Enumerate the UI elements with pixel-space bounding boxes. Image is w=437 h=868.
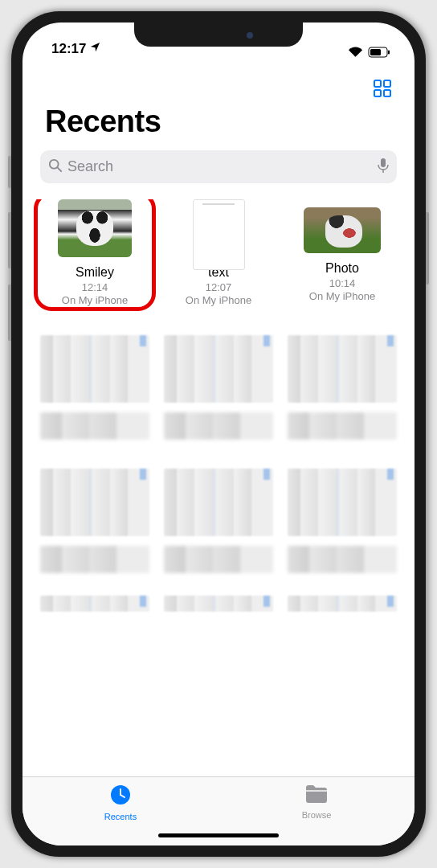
status-time: 12:17 (51, 41, 86, 57)
file-name: Photo (325, 261, 359, 276)
file-item-photo[interactable]: Photo 10:14 On My iPhone (288, 199, 397, 306)
notch (134, 23, 303, 47)
file-time: 12:07 (206, 281, 232, 293)
blurred-thumbnail (288, 596, 397, 612)
home-indicator[interactable] (158, 833, 279, 837)
device-frame: 12:17 Recents (11, 11, 426, 857)
blurred-text (288, 412, 397, 440)
file-grid: Smiley 12:14 On My iPhone text 12:07 On … (22, 199, 415, 776)
blurred-row (40, 469, 397, 536)
folder-icon (304, 784, 329, 808)
file-thumbnail (193, 199, 245, 270)
screen: 12:17 Recents (22, 23, 415, 845)
svg-rect-3 (374, 80, 381, 87)
svg-rect-4 (384, 80, 390, 87)
blurred-text (164, 546, 273, 573)
search-icon (48, 158, 63, 176)
file-name: Smiley (76, 265, 114, 280)
dictation-icon[interactable] (378, 158, 389, 177)
svg-rect-2 (388, 51, 390, 55)
header: Recents (22, 104, 415, 150)
file-location: On My iPhone (62, 294, 128, 306)
file-thumbnail (304, 207, 381, 253)
page-title: Recents (45, 104, 392, 139)
file-time: 12:14 (82, 281, 108, 293)
file-thumbnail (58, 199, 132, 257)
clock-icon (109, 784, 132, 809)
search-field[interactable] (40, 150, 397, 183)
svg-rect-6 (384, 90, 390, 96)
search-input[interactable] (67, 158, 373, 175)
file-location: On My iPhone (309, 290, 375, 302)
location-icon (89, 41, 101, 57)
tab-label: Recents (104, 812, 137, 821)
svg-line-8 (58, 167, 62, 171)
blurred-text (288, 546, 397, 573)
blurred-thumbnail (164, 335, 273, 403)
file-location: On My iPhone (186, 294, 251, 306)
blurred-thumbnail (164, 596, 273, 612)
blurred-text (40, 546, 149, 573)
blurred-text (40, 412, 149, 440)
file-item-text[interactable]: text 12:07 On My iPhone (164, 199, 273, 306)
battery-icon (368, 47, 390, 58)
blurred-thumbnail (40, 596, 149, 612)
tab-label: Browse (302, 810, 332, 820)
blurred-row (40, 335, 397, 403)
toolbar (22, 61, 415, 104)
blurred-thumbnail (288, 335, 397, 403)
svg-point-7 (50, 159, 59, 168)
blurred-text (164, 412, 273, 440)
svg-rect-1 (370, 49, 381, 55)
view-toggle-button[interactable] (373, 79, 392, 98)
wifi-icon (348, 47, 363, 58)
blurred-thumbnail (40, 335, 149, 403)
blurred-row (40, 596, 397, 612)
file-item-smiley[interactable]: Smiley 12:14 On My iPhone (40, 199, 149, 306)
blurred-thumbnail (40, 469, 149, 536)
blurred-thumbnail (164, 469, 273, 536)
blurred-thumbnail (288, 469, 397, 536)
svg-rect-9 (381, 158, 386, 167)
blurred-labels (40, 546, 397, 573)
svg-rect-5 (374, 90, 381, 96)
blurred-labels (40, 412, 397, 440)
file-time: 10:14 (329, 277, 356, 289)
